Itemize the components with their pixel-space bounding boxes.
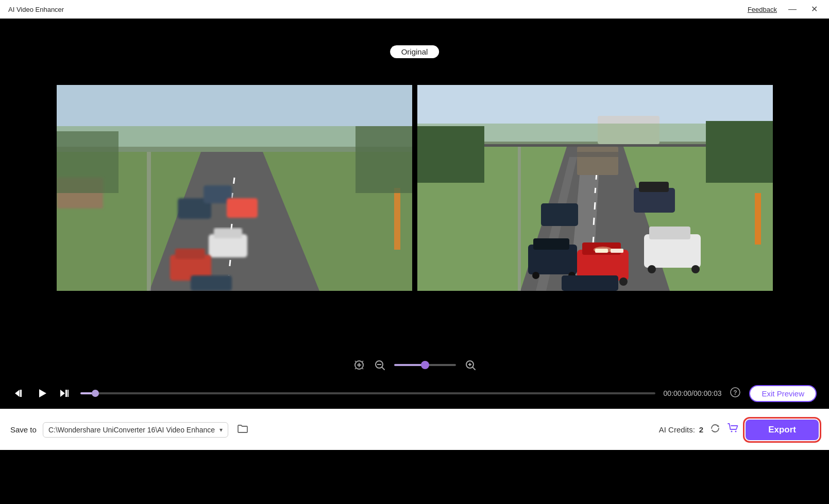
- app-title: AI Video Enhancer: [8, 6, 64, 13]
- svg-point-82: [735, 431, 737, 432]
- svg-rect-52: [541, 203, 578, 226]
- svg-rect-76: [65, 390, 67, 397]
- svg-marker-74: [39, 389, 46, 397]
- svg-point-38: [691, 265, 700, 273]
- ai-credits-display: AI Credits: 2: [659, 425, 703, 434]
- enhanced-video-svg: [417, 85, 773, 291]
- svg-rect-34: [577, 152, 618, 157]
- svg-point-37: [648, 265, 656, 273]
- minimize-button[interactable]: —: [785, 4, 800, 14]
- refresh-button[interactable]: [709, 423, 721, 437]
- close-button[interactable]: ✕: [808, 4, 821, 14]
- svg-rect-51: [639, 182, 669, 192]
- ai-credits-value: 2: [699, 425, 703, 434]
- folder-button[interactable]: [234, 420, 251, 440]
- skip-back-button[interactable]: [12, 386, 27, 401]
- video-panels: [0, 19, 829, 352]
- cart-button[interactable]: [727, 422, 739, 437]
- play-button[interactable]: [35, 386, 49, 401]
- svg-line-63: [355, 368, 356, 369]
- svg-line-71: [472, 367, 475, 370]
- video-area: Original: [0, 19, 829, 352]
- zoom-out-button[interactable]: [374, 359, 386, 371]
- zoom-in-button[interactable]: [464, 359, 477, 371]
- playback-slider[interactable]: [80, 392, 655, 394]
- svg-point-47: [532, 272, 539, 279]
- svg-point-81: [731, 431, 733, 432]
- zoom-reset-button[interactable]: [353, 359, 365, 371]
- svg-rect-53: [755, 193, 761, 245]
- original-video-svg: [57, 85, 412, 291]
- playback-area: 00:00:00/00:00:03 ? Exit Preview: [0, 378, 829, 409]
- svg-rect-77: [67, 390, 69, 397]
- svg-point-42: [619, 277, 628, 286]
- title-bar: AI Video Enhancer Feedback — ✕: [0, 0, 829, 19]
- time-display: 00:00:00/00:00:03: [664, 389, 722, 397]
- svg-rect-55: [417, 126, 484, 183]
- skip-forward-button[interactable]: [58, 386, 72, 401]
- svg-line-61: [355, 361, 356, 362]
- svg-rect-56: [518, 147, 521, 291]
- playback-slider-container: [80, 392, 655, 394]
- original-label: Original: [390, 45, 439, 58]
- path-dropdown[interactable]: C:\Wondershare UniConverter 16\AI Video …: [43, 422, 228, 438]
- svg-marker-72: [15, 390, 20, 397]
- svg-point-57: [594, 247, 612, 253]
- svg-marker-75: [60, 390, 65, 397]
- exit-preview-button[interactable]: Exit Preview: [749, 385, 817, 402]
- path-value: C:\Wondershare UniConverter 16\AI Video …: [48, 426, 215, 434]
- svg-rect-73: [20, 390, 22, 397]
- svg-rect-21: [57, 85, 412, 291]
- bottom-bar: Save to C:\Wondershare UniConverter 16\A…: [0, 409, 829, 450]
- zoom-slider[interactable]: [394, 364, 456, 366]
- titlebar-controls: Feedback — ✕: [748, 4, 821, 14]
- svg-line-67: [382, 367, 384, 370]
- dropdown-arrow-icon: ▾: [219, 426, 223, 433]
- svg-rect-49: [562, 275, 618, 291]
- svg-text:?: ?: [734, 389, 737, 396]
- svg-rect-33: [577, 147, 618, 175]
- svg-line-64: [362, 368, 363, 369]
- export-button[interactable]: Export: [746, 420, 819, 440]
- ai-credits-label: AI Credits:: [659, 425, 695, 434]
- save-to-label: Save to: [10, 425, 37, 434]
- svg-rect-44: [611, 249, 623, 253]
- svg-line-62: [362, 361, 363, 362]
- svg-rect-54: [706, 121, 773, 183]
- zoom-controls: [0, 352, 829, 378]
- svg-rect-46: [533, 238, 569, 250]
- zoom-slider-container: [394, 364, 456, 366]
- svg-rect-36: [649, 227, 690, 239]
- original-video-panel: [57, 85, 412, 291]
- help-icon[interactable]: ?: [730, 387, 741, 401]
- enhanced-video-panel: [417, 85, 773, 291]
- feedback-link[interactable]: Feedback: [748, 6, 777, 13]
